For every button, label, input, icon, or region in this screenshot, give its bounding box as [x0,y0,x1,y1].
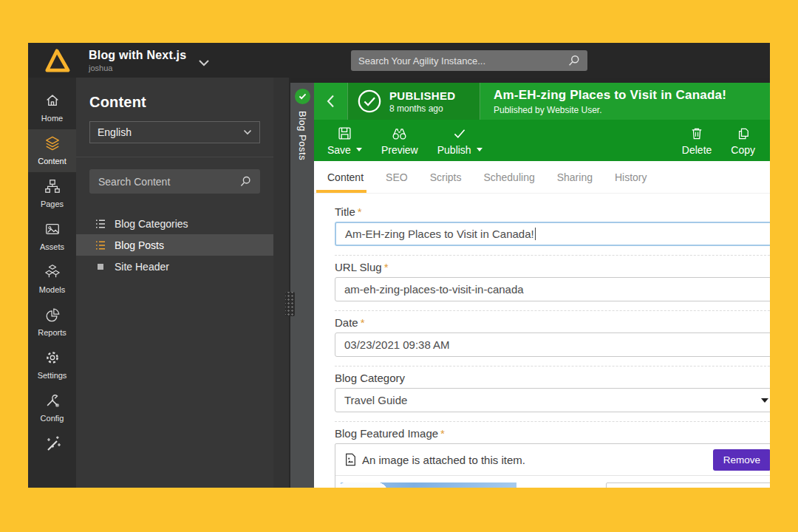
sidebar-item-content[interactable]: Content [28,129,76,172]
sitemap-icon [44,178,61,194]
list-item-blog-categories[interactable]: Blog Categories [76,213,273,234]
sidebar-item-config[interactable]: Config [28,386,76,429]
top-bar: Blog with Next.js joshua Search Your Agi… [28,43,770,78]
featured-image-label: Blog Featured Image [335,427,438,440]
panel-divider [76,157,273,157]
item-tab-blog-posts[interactable]: Blog Posts [290,78,314,488]
attached-image-icon [345,453,356,466]
back-button[interactable] [314,83,347,120]
status-badge-label: PUBLISHED [389,89,455,102]
editor-main: PUBLISHED 8 months ago Am-EH-zing Places… [314,78,770,488]
global-search-placeholder: Search Your Agility Instance... [358,55,485,66]
agility-logo-icon[interactable] [43,48,71,73]
sidebar-item-reports[interactable]: Reports [28,301,76,344]
content-form: Title* Am-EH-zing Places to Visit in Can… [314,194,770,488]
language-selected: English [98,126,132,138]
tab-seo[interactable]: SEO [386,171,408,183]
item-tab-label: Blog Posts [297,111,308,160]
instance-switcher[interactable]: Blog with Next.js joshua [89,49,186,72]
check-circle-icon [357,89,382,114]
home-icon [44,92,61,109]
chevron-down-icon[interactable] [198,59,210,66]
panel-gutter [273,78,290,488]
sidebar-item-home[interactable]: Home [28,86,76,129]
app-body: Home Content Pages [28,78,770,488]
magic-wand-icon [44,435,61,453]
sidebar-item-assistant[interactable] [28,429,76,463]
date-label: Date [335,316,358,329]
required-marker: * [384,261,389,273]
status-badge: PUBLISHED 8 months ago [347,83,480,120]
remove-image-button[interactable]: Remove [713,449,770,471]
tab-content[interactable]: Content [327,171,364,183]
field-title: Title* Am-EH-zing Places to Visit in Can… [335,205,770,256]
chevron-down-icon [243,129,252,135]
delete-button[interactable]: Delete [682,126,712,156]
sidebar-item-settings[interactable]: Settings [28,344,76,386]
binoculars-icon [391,126,408,141]
editor-top-gap [314,78,770,83]
save-icon [337,126,352,141]
content-search-input[interactable]: Search Content [89,169,260,194]
image-detail-row: Alt Text: Visit the beautiful Alps in Sw… [335,476,770,488]
copy-button[interactable]: Copy [731,126,755,156]
blog-category-label: Blog Category [335,372,405,384]
desktop-background: { "topbar": { "instance_title": "Blog wi… [0,0,798,532]
text-cursor [535,228,536,240]
pie-chart-icon [44,307,61,323]
sidebar-rail: Home Content Pages [28,78,76,488]
editor-tab-bar: Content SEO Scripts Scheduling Sharing H… [314,161,770,194]
blog-category-select[interactable]: Travel Guide [335,388,770,412]
chevron-left-icon [327,95,335,108]
field-blog-category: Blog Category Travel Guide [335,372,770,422]
required-marker: * [361,316,365,329]
preview-button[interactable]: Preview [381,126,418,156]
save-button[interactable]: Save [327,126,362,156]
search-icon [239,175,251,188]
tab-sharing[interactable]: Sharing [557,171,593,183]
required-marker: * [358,205,362,218]
list-icon [95,218,106,230]
gear-icon [44,349,61,366]
agility-app-window: Blog with Next.js joshua Search Your Agi… [28,43,770,488]
layers-icon [44,135,61,151]
alt-text-input[interactable]: Visit the beautiful Alps in Switzerland [606,482,770,488]
publish-dropdown-caret[interactable] [477,148,482,151]
tab-history[interactable]: History [615,171,647,183]
image-icon [44,221,61,237]
attachment-row: An image is attached to this item. Remov… [335,444,770,476]
search-icon [567,54,580,67]
url-slug-input[interactable]: am-eh-zing-places-to-visit-in-canada [335,277,770,301]
global-search-input[interactable]: Search Your Agility Instance... [351,50,587,71]
save-dropdown-caret[interactable] [356,148,362,151]
list-item-blog-posts[interactable]: Blog Posts [76,234,273,256]
tab-scripts[interactable]: Scripts [430,171,462,183]
sidebar-item-assets[interactable]: Assets [28,215,76,258]
url-slug-label: URL Slug [335,261,382,273]
item-subtitle: Published by Website User. [494,105,726,115]
list-item-site-header[interactable]: Site Header [76,256,273,277]
status-badge-age: 8 months ago [389,103,455,114]
panel-title: Content [89,94,273,111]
sidebar-item-models[interactable]: Models [28,258,76,301]
trash-icon [689,126,704,141]
sidebar-item-pages[interactable]: Pages [28,172,76,215]
tools-icon [44,392,61,409]
language-select[interactable]: English [89,121,260,143]
title-input[interactable]: Am-EH-zing Places to Visit in Canada! [335,222,770,246]
tab-scheduling[interactable]: Scheduling [483,171,534,183]
date-input[interactable]: 03/23/2021 09:38 AM [335,332,770,357]
resize-grip-handle[interactable] [285,292,295,316]
select-caret-icon [761,398,768,403]
field-url-slug: URL Slug* am-eh-zing-places-to-visit-in-… [335,261,770,311]
required-marker: * [440,427,445,440]
active-tab-underline [316,190,366,193]
publish-button[interactable]: Publish [437,126,482,156]
content-search-placeholder: Search Content [98,176,170,188]
check-icon [451,126,468,141]
attachment-message: An image is attached to this item. [362,454,525,466]
featured-image-thumbnail[interactable] [341,482,516,488]
content-definition-list: Blog Categories Blog Posts Site Header [76,213,273,277]
field-date: Date* 03/23/2021 09:38 AM [335,316,770,366]
square-icon [95,261,106,273]
